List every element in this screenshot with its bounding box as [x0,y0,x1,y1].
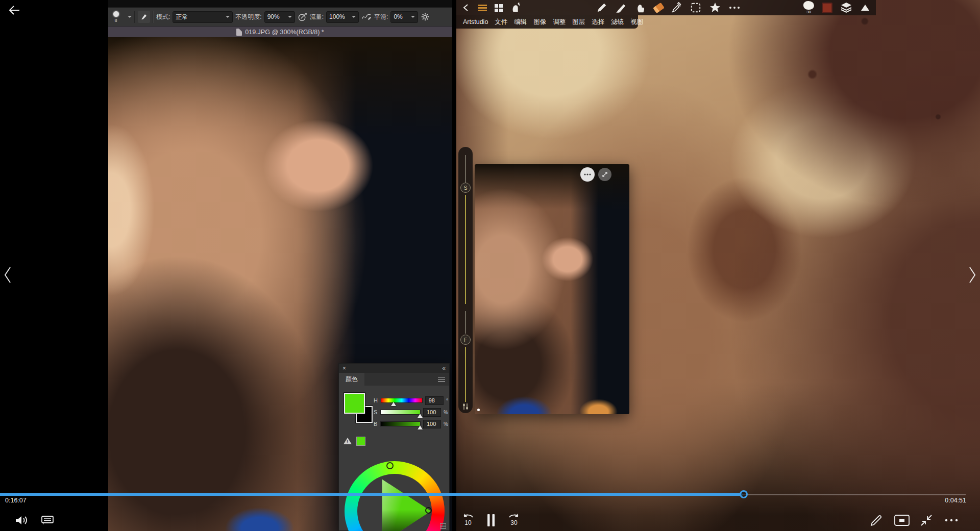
brightness-slider[interactable] [380,421,421,426]
star-favorites-icon[interactable] [709,2,721,14]
opacity-value: 90% [267,13,280,20]
artstudio-toolbar: 30 [456,0,876,15]
more-tools-icon[interactable] [729,6,740,10]
chevron-right-icon [967,266,977,284]
brush-preview-button[interactable]: 30 [803,1,814,14]
exit-fullscreen-button[interactable] [918,512,935,528]
reference-mini-window[interactable] [475,164,629,414]
subtitles-button[interactable] [39,512,56,528]
hue-ring-selector[interactable] [386,462,394,469]
brightness-row: B 100 % [374,419,448,428]
previous-video-button[interactable] [1,263,14,287]
menu-layer[interactable]: 图层 [572,18,585,27]
back-chevron-icon[interactable] [461,3,471,13]
size-slider-track[interactable] [465,195,466,304]
close-icon[interactable]: × [342,365,346,371]
forward-30-button[interactable]: 30 [504,511,524,529]
triangle-selector[interactable] [425,507,432,514]
brightness-unit: % [444,421,448,427]
pencil-tool-icon[interactable] [596,2,607,13]
menu-file[interactable]: 文件 [495,18,507,27]
menu-image[interactable]: 图像 [533,18,546,27]
flow-slider-handle[interactable]: F [460,335,471,345]
menu-hamburger-icon[interactable] [478,5,487,11]
layers-icon[interactable] [840,2,852,13]
brush-panel-toggle-button[interactable] [138,11,150,23]
player-back-button[interactable] [7,3,21,17]
hue-slider-handle[interactable] [391,402,396,406]
document-title-bar[interactable]: 019.JPG @ 300%(RGB/8) * [108,27,452,38]
flow-label: 流量: [310,13,324,21]
artstudio-menubar: Artstudio 文件 编辑 图像 调整 图层 选择 滤镜 视图 [456,15,638,29]
panel-menu-icon[interactable] [438,377,445,382]
collapse-panel-icon[interactable]: « [442,365,446,371]
panel-toggle-triangle-icon[interactable] [860,3,870,12]
more-dots-icon [584,173,591,175]
brightness-value[interactable]: 100 [423,420,441,428]
opacity-label: 不透明度: [235,13,261,21]
opacity-dropdown[interactable]: 90% [264,11,295,23]
brush-preset-preview[interactable]: 8 [110,11,122,23]
mode-dropdown[interactable]: 正常 [173,11,233,23]
pencil-icon [870,514,883,527]
color-panel-body: ! H 98 ° S 100 % B 100 [339,386,449,530]
menu-artstudio[interactable]: Artstudio [463,18,488,26]
hue-value[interactable]: 98 [425,396,444,405]
saturation-slider-handle[interactable] [418,414,423,418]
dropdown-caret-icon [226,16,230,18]
smoothing-icon[interactable] [361,12,372,21]
airbrush-icon[interactable] [298,12,307,22]
menu-filter[interactable]: 滤镜 [611,18,624,27]
color-wheel[interactable] [345,461,445,531]
saturation-value[interactable]: 100 [423,408,441,417]
gallery-grid-icon[interactable] [495,4,498,8]
smudge-tool-icon[interactable] [635,2,646,13]
saturation-slider[interactable] [380,410,421,415]
tab-color[interactable]: 颜色 [339,373,364,386]
forward-30-icon: 30 [506,512,522,528]
menu-edit[interactable]: 编辑 [514,18,527,27]
brightness-slider-handle[interactable] [418,425,423,429]
hue-row: H 98 ° [374,396,448,405]
gamut-warning-icon[interactable]: ! [344,438,352,444]
eraser-tool-icon[interactable] [653,2,665,13]
resize-grip-icon[interactable] [440,523,446,529]
smooth-dropdown[interactable]: 0% [390,11,418,23]
pause-button[interactable] [485,512,497,528]
smooth-label: 平滑: [374,13,388,21]
back-arrow-icon [9,6,20,15]
brush-preset-caret-icon[interactable] [128,16,132,18]
brush-size-label: 8 [114,18,117,23]
mini-window-anchor-dot [477,409,480,411]
eyedropper-tool-icon[interactable] [671,2,682,13]
menu-view[interactable]: 视图 [630,18,643,27]
brush-slider-bar: S F [458,147,473,413]
rewind-10-button[interactable]: 10 [458,511,478,529]
next-video-button[interactable] [966,263,979,287]
selection-tool-icon[interactable] [690,2,701,13]
paintbrush-tool-icon[interactable] [615,2,627,13]
gamut-color-swatch[interactable] [356,437,365,446]
remote-keyboard-button[interactable] [892,512,912,528]
volume-button[interactable] [13,512,31,528]
slider-settings-icon[interactable] [461,403,470,410]
foreground-swatch[interactable] [344,393,365,414]
hand-pencil-icon[interactable] [510,2,522,13]
flow-value: 100% [329,13,345,20]
size-slider-handle[interactable]: S [460,183,471,193]
remaining-time: 0:04:51 [945,497,966,504]
menu-select[interactable]: 选择 [592,18,604,27]
menu-adjust[interactable]: 调整 [553,18,566,27]
gear-icon[interactable] [421,12,430,21]
mini-window-expand-button[interactable] [598,168,611,181]
annotate-button[interactable] [868,512,885,528]
mini-window-more-button[interactable] [580,167,595,182]
current-color-swatch[interactable] [822,3,832,13]
color-panel: × « 颜色 ! H 98 ° S [338,363,450,531]
hue-slider[interactable] [381,398,423,403]
mode-label: 模式: [156,13,170,21]
svg-text:30: 30 [510,519,518,526]
more-options-button[interactable] [941,512,962,528]
flow-slider-track[interactable] [465,347,466,402]
flow-dropdown[interactable]: 100% [326,11,359,23]
